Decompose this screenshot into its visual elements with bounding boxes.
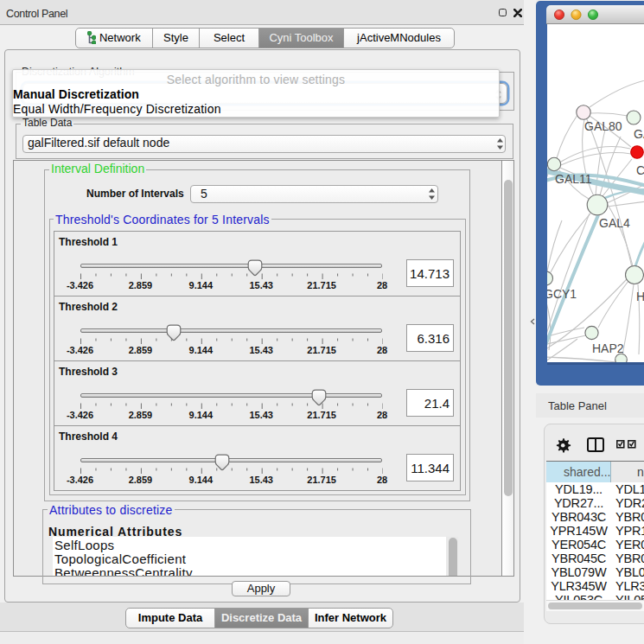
svg-text:GAL4: GAL4 [599,216,630,230]
svg-text:HAP2: HAP2 [592,341,624,355]
svg-text:GAL11: GAL11 [555,172,592,186]
svg-text:GAL80: GAL80 [584,119,622,133]
svg-text:H: H [636,290,644,303]
svg-text:GCY1: GCY1 [547,287,577,301]
svg-text:C: C [636,163,644,177]
svg-text:GAL: GAL [634,127,644,141]
